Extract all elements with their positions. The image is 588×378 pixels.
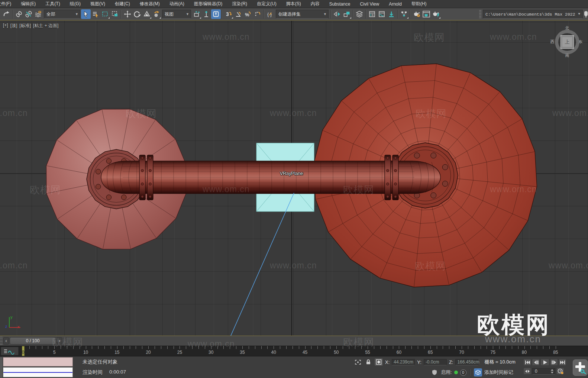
- spinner-snap-toggle-button[interactable]: [253, 9, 262, 19]
- menu-item-15[interactable]: Arnold: [384, 1, 407, 7]
- named-selection-sets-dropdown[interactable]: 创建选择集 ▼: [276, 10, 329, 19]
- align-button[interactable]: [342, 9, 352, 19]
- snaps-toggle-button[interactable]: 3: [224, 9, 233, 19]
- select-and-link-button[interactable]: [14, 9, 24, 19]
- toolbar-drag-handle[interactable]: [479, 10, 481, 18]
- key-mode-toggle-button[interactable]: [523, 368, 531, 375]
- menu-item-9[interactable]: 渲染(R): [227, 1, 252, 7]
- unlink-button[interactable]: [24, 9, 33, 19]
- toolbar-right-cluster: C:\Users\Han\Documents\3ds Max 2022 ▼: [478, 9, 588, 19]
- ruler-tick: [192, 346, 193, 349]
- viewport-top[interactable]: [+] [顶] [标准] [粘土 + 边面] VRayPlane 上 北 南 西…: [0, 21, 588, 336]
- clipped-toolbar-button[interactable]: [583, 9, 588, 19]
- ruler-tick: [481, 346, 481, 349]
- percent-snap-toggle-button[interactable]: %: [243, 9, 253, 19]
- selection-lock-icon[interactable]: [364, 358, 372, 366]
- mini-curve-editor-button[interactable]: [1, 347, 19, 355]
- angle-snap-toggle-button[interactable]: [233, 9, 243, 19]
- selection-filter-dropdown[interactable]: 全部 ▼: [44, 10, 80, 19]
- keyboard-shortcut-override-button[interactable]: [211, 9, 221, 19]
- scene-explorer-button[interactable]: [367, 9, 377, 19]
- time-slider[interactable]: 0 / 100: [10, 337, 56, 345]
- menu-item-8[interactable]: 图形编辑器(D): [189, 1, 227, 7]
- window-crossing-toggle-button[interactable]: [110, 9, 120, 19]
- viewcube-north-label[interactable]: 北: [565, 25, 569, 31]
- viewport-menu-view[interactable]: [顶]: [10, 23, 17, 29]
- menu-item-2[interactable]: 工具(T): [41, 1, 65, 7]
- maxscript-listener-field[interactable]: [3, 367, 73, 377]
- go-to-start-button[interactable]: [523, 359, 531, 366]
- time-configuration-button[interactable]: [556, 368, 564, 375]
- menu-item-5[interactable]: 创建(C): [110, 1, 135, 7]
- menu-item-3[interactable]: 组(G): [65, 1, 85, 7]
- spinner-icon[interactable]: [550, 369, 554, 374]
- ruler-tick: [368, 346, 368, 349]
- project-folder-field[interactable]: C:\Users\Han\Documents\3ds Max 2022 ▼: [483, 10, 583, 19]
- redo-button[interactable]: [1, 9, 11, 19]
- viewcube-east-label[interactable]: 东: [579, 39, 583, 45]
- add-key-button[interactable]: [573, 359, 588, 376]
- next-frame-arrow[interactable]: ›: [56, 337, 62, 345]
- ruler-tick: [111, 346, 111, 349]
- menu-item-11[interactable]: 脚本(S): [281, 1, 306, 7]
- go-to-end-button[interactable]: [559, 359, 566, 366]
- add-time-tag-label[interactable]: 添加时间标记: [484, 369, 513, 376]
- select-and-manipulate-button[interactable]: [201, 9, 211, 19]
- select-and-scale-button[interactable]: [142, 9, 152, 19]
- current-frame-field[interactable]: 0: [532, 368, 555, 375]
- listener-scrollbar[interactable]: [0, 357, 3, 378]
- viewcube-top-face[interactable]: 上: [560, 35, 574, 49]
- viewcube-west-label[interactable]: 西: [550, 39, 555, 45]
- viewcube[interactable]: 上: [555, 30, 579, 54]
- schematic-view-button[interactable]: [399, 9, 409, 19]
- isolate-selection-icon[interactable]: [354, 358, 362, 366]
- viewport-menu-general[interactable]: [+]: [3, 23, 8, 29]
- shield-icon[interactable]: [430, 369, 439, 376]
- mirror-button[interactable]: [332, 9, 342, 19]
- render-production-button[interactable]: [431, 9, 441, 19]
- maxscript-listener-macro-field[interactable]: [3, 357, 73, 366]
- select-object-button[interactable]: [81, 9, 91, 19]
- ruler-tick: [54, 346, 55, 349]
- coord-y-field[interactable]: -0.0cm: [424, 359, 447, 365]
- select-by-name-button[interactable]: [91, 9, 100, 19]
- menu-item-12[interactable]: 内容: [306, 1, 324, 7]
- absolute-mode-icon[interactable]: [375, 358, 383, 366]
- counter-badge[interactable]: 0: [460, 369, 466, 376]
- menu-item-4[interactable]: 视图(V): [85, 1, 110, 7]
- menu-item-6[interactable]: 修改器(M): [135, 1, 165, 7]
- ribbon-toggle-button[interactable]: [387, 9, 396, 19]
- previous-frame-button[interactable]: [532, 359, 540, 366]
- layer-explorer-button[interactable]: [377, 9, 387, 19]
- select-and-place-button[interactable]: [152, 9, 161, 19]
- layer-manager-button[interactable]: [355, 9, 364, 19]
- previous-frame-arrow[interactable]: ‹: [3, 337, 9, 345]
- render-setup-button[interactable]: [412, 9, 421, 19]
- play-button[interactable]: [540, 359, 549, 366]
- rectangular-selection-region-button[interactable]: [100, 9, 110, 19]
- select-and-rotate-button[interactable]: [132, 9, 142, 19]
- menu-item-10[interactable]: 自定义(U): [252, 1, 281, 7]
- coord-x-field[interactable]: 44.239cm: [392, 359, 415, 365]
- bind-to-space-warp-button[interactable]: [33, 9, 43, 19]
- menu-item-1[interactable]: 编辑(E): [16, 1, 41, 7]
- viewport-menu-shading[interactable]: [粘土 + 边面]: [33, 23, 58, 29]
- use-center-button[interactable]: [192, 9, 201, 19]
- viewport-menu-renderer[interactable]: [标准]: [19, 23, 31, 29]
- time-tag-cube-button[interactable]: [474, 368, 482, 377]
- select-and-move-button[interactable]: [123, 9, 132, 19]
- menu-item-14[interactable]: Civil View: [355, 1, 384, 7]
- next-frame-button[interactable]: [550, 359, 558, 366]
- menu-item-7[interactable]: 动画(A): [165, 1, 189, 7]
- reference-coordinate-dropdown[interactable]: 视图 ▼: [162, 10, 191, 19]
- menu-item-0[interactable]: 文件(F): [0, 1, 16, 7]
- menu-item-16[interactable]: 帮助(H): [407, 1, 432, 7]
- edit-named-selection-sets-button[interactable]: { }: [265, 9, 275, 19]
- menu-item-13[interactable]: Substance: [324, 1, 355, 7]
- trackbar-drag-handle[interactable]: [0, 337, 3, 345]
- timeline-ruler[interactable]: 0510152025303540455055606570758085: [0, 346, 588, 356]
- ruler-tick: [374, 346, 374, 349]
- rendered-frame-window-button[interactable]: [421, 9, 431, 19]
- viewcube-south-label[interactable]: 南: [565, 53, 569, 58]
- coord-z-field[interactable]: 166.458cm: [455, 359, 478, 365]
